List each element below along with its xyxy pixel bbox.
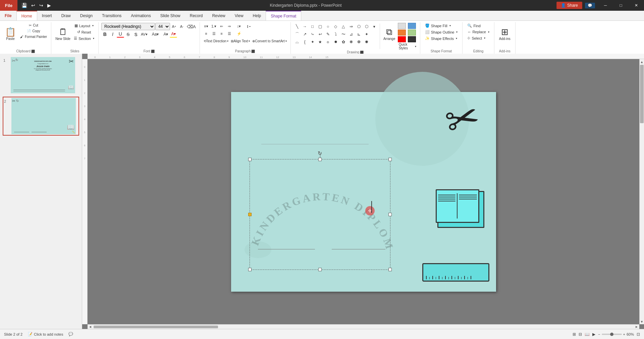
handle-tc[interactable] xyxy=(318,158,322,161)
rotate-handle[interactable]: ↻ xyxy=(318,150,322,156)
comments-status[interactable]: 💬 xyxy=(68,332,73,336)
replace-button[interactable]: ↔ Replace ▾ xyxy=(465,29,491,35)
tab-help[interactable]: Help xyxy=(248,11,266,20)
quick-style-1[interactable] xyxy=(398,23,406,29)
minimize-btn[interactable]: ─ xyxy=(598,0,613,11)
quick-style-3[interactable] xyxy=(398,30,406,36)
layout-button[interactable]: ▦ Layout ▾ xyxy=(72,23,96,29)
normal-view-btn[interactable]: ⊞ xyxy=(573,332,576,337)
scroll-up-btn[interactable]: ▲ xyxy=(640,59,644,64)
shape-freeform[interactable]: ✎ xyxy=(324,31,332,38)
zoom-in-btn[interactable]: + xyxy=(623,332,625,336)
decrease-indent-button[interactable]: ⇐ xyxy=(218,23,225,30)
increase-indent-button[interactable]: ⇒ xyxy=(226,23,233,30)
columns-button[interactable]: ⫿▾ xyxy=(245,23,253,30)
strikethrough-button[interactable]: S xyxy=(124,31,132,38)
maximize-btn[interactable]: □ xyxy=(613,0,629,11)
cut-button[interactable]: ✂ Cut xyxy=(19,23,48,28)
shape-oval[interactable]: ○ xyxy=(324,23,332,30)
font-color-button[interactable]: A▾ xyxy=(170,31,177,38)
convert-smartart-button[interactable]: ⊕ Convert to SmartArt ▾ xyxy=(251,38,287,44)
shape-conn-arrow[interactable]: ↗ xyxy=(301,31,309,38)
scroll-right-btn[interactable]: ► xyxy=(634,325,639,329)
copy-button[interactable]: 📄 Copy xyxy=(19,29,48,34)
scroll-down-btn[interactable]: ▼ xyxy=(640,319,644,324)
handle-bc[interactable] xyxy=(318,268,322,271)
present-btn[interactable]: ▶ xyxy=(46,2,52,9)
scroll-thumb-h[interactable] xyxy=(94,326,218,328)
shape-custom8[interactable]: ❁ xyxy=(355,38,363,46)
zoom-out-btn[interactable]: − xyxy=(598,332,600,336)
shape-custom2[interactable]: ⊾ xyxy=(355,31,363,38)
align-right-button[interactable]: ≡ xyxy=(218,30,225,37)
shape-arrow[interactable]: → xyxy=(301,23,309,30)
slide-2-thumb[interactable]: ✂ ↻ 📖 📏 xyxy=(11,98,76,134)
numbering-button[interactable]: 1.▾ xyxy=(210,23,218,30)
shape-more[interactable]: ▼ xyxy=(371,23,378,30)
line-spacing-button[interactable]: ↕▾ xyxy=(235,23,243,30)
shape-rtarrow[interactable]: ⇒ xyxy=(347,23,355,30)
font-expand-icon[interactable]: ⬛ xyxy=(151,50,155,53)
quick-styles-button[interactable]: Quick Styles ▾ xyxy=(398,43,417,50)
shape-conn2[interactable]: ⤷ xyxy=(309,31,316,38)
find-button[interactable]: 🔍 Find xyxy=(465,23,482,29)
close-btn[interactable]: ✕ xyxy=(629,0,644,11)
scrollbar-horizontal[interactable]: ◄ ► xyxy=(88,324,639,329)
new-slide-button[interactable]: 🗒 New Slide xyxy=(54,23,72,45)
shape-line[interactable]: ╲ xyxy=(293,23,301,30)
handle-tl[interactable] xyxy=(248,158,252,161)
align-text-button[interactable]: ⊞ Align Text ▾ xyxy=(230,38,251,44)
smart-designer-button[interactable]: ⚡ xyxy=(235,30,243,37)
shape-pentagon[interactable]: ⬠ xyxy=(355,23,363,30)
cursor-indicator[interactable]: ✛ xyxy=(365,206,375,215)
clear-format-button[interactable]: ⌫A xyxy=(186,23,197,30)
reading-view-btn[interactable]: 📖 xyxy=(585,332,590,337)
reset-button[interactable]: ↺ Reset xyxy=(72,29,96,35)
tab-home[interactable]: Home xyxy=(16,11,37,20)
text-direction-button[interactable]: ⟲ Text Direction ▾ xyxy=(203,38,230,44)
bold-button[interactable]: B xyxy=(101,31,109,38)
shape-fill-button[interactable]: 🪣 Shape Fill ▾ xyxy=(423,23,453,29)
drawing-expand-icon[interactable]: ⬛ xyxy=(360,51,364,54)
paragraph-expand-icon[interactable]: ⬛ xyxy=(251,50,255,53)
scrollbar-vertical[interactable]: ▲ ▼ xyxy=(639,59,644,324)
tab-insert[interactable]: Insert xyxy=(37,11,57,20)
shape-effects-button[interactable]: ✨ Shape Effects ▾ xyxy=(423,36,459,41)
shape-custom7[interactable]: ❋ xyxy=(347,38,355,46)
zoom-slider[interactable] xyxy=(602,334,622,335)
tab-shapeformat[interactable]: Shape Format xyxy=(266,11,301,20)
quick-style-4[interactable] xyxy=(408,30,416,36)
handle-br[interactable] xyxy=(388,268,392,271)
italic-button[interactable]: I xyxy=(109,31,116,38)
slide-1-thumb[interactable]: KINDERGARTEN DIPLOMA Congratulations to … xyxy=(11,57,75,93)
shape-custom6[interactable]: ✿ xyxy=(340,38,347,46)
char-spacing-button[interactable]: AV▾ xyxy=(140,31,149,38)
shape-custom1[interactable]: ⊿ xyxy=(347,31,355,38)
redo-btn[interactable]: ↪ xyxy=(38,2,45,9)
shape-conn3[interactable]: ↩ xyxy=(317,31,324,38)
shape-triangle[interactable]: △ xyxy=(340,23,347,30)
share-button[interactable]: 👤 Share xyxy=(556,2,582,9)
clipboard-expand-icon[interactable]: ⬛ xyxy=(31,50,35,53)
slide-sorter-btn[interactable]: ⊟ xyxy=(579,332,582,337)
undo-btn[interactable]: ↩ xyxy=(30,2,37,9)
quick-style-5[interactable] xyxy=(398,36,406,42)
tab-animations[interactable]: Animations xyxy=(126,11,155,20)
font-size-selector[interactable]: 44 xyxy=(155,23,170,30)
paste-button[interactable]: 📋 Paste xyxy=(3,23,18,45)
quick-style-2[interactable] xyxy=(408,23,416,29)
handle-tr[interactable] xyxy=(388,158,392,161)
tab-view[interactable]: View xyxy=(230,11,248,20)
shape-wave[interactable]: 〜 xyxy=(340,31,347,38)
decrease-font-button[interactable]: A- xyxy=(178,23,185,30)
font-color-highlight-button[interactable]: A▾ xyxy=(162,31,169,38)
shape-curve[interactable]: ⌒ xyxy=(293,31,301,38)
section-button[interactable]: ☰ Section ▾ xyxy=(72,36,96,41)
shadow-button[interactable]: S xyxy=(132,31,140,38)
handle-bl[interactable] xyxy=(248,268,252,271)
format-painter-button[interactable]: 🖌 Format Painter xyxy=(19,34,48,39)
shape-custom9[interactable]: ✺ xyxy=(363,38,370,46)
slideshow-btn[interactable]: ▶ xyxy=(592,332,595,337)
shape-conn4[interactable]: ⤵ xyxy=(332,31,339,38)
fit-slide-btn[interactable]: ⊡ xyxy=(637,332,640,337)
